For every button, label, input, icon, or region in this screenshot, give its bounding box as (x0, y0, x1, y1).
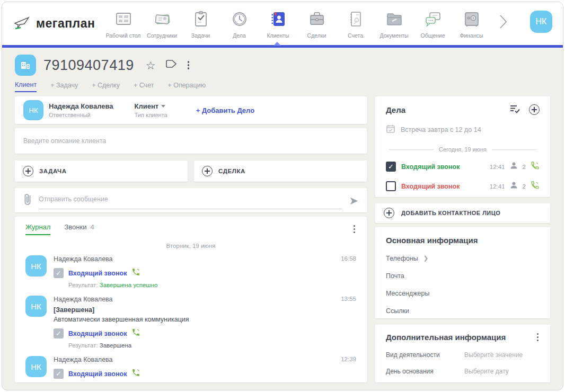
send-icon[interactable]: ➤ (349, 195, 358, 206)
message-composer: Отправить сообщение ➤ (15, 188, 367, 212)
avatar[interactable]: НК (25, 255, 47, 277)
main-info-title: Основная информация (386, 236, 540, 245)
tab-add-deal[interactable]: + Сделку (92, 82, 120, 92)
title-menu-icon[interactable] (187, 60, 191, 70)
active-tab-caret (273, 42, 281, 46)
chevron-right-icon: ❯ (423, 255, 428, 262)
nav-more-chevron-icon[interactable] (496, 11, 510, 34)
phone-call-icon[interactable] (531, 181, 540, 192)
call-checkbox[interactable]: ✓ (54, 369, 64, 379)
nav-label: Счета (348, 32, 363, 39)
nav-label: Задачи (191, 32, 210, 39)
tab-add-task[interactable]: + Задачу (50, 82, 78, 92)
nav-item-finance[interactable]: Финансы (452, 9, 491, 39)
plus-circle-icon (202, 166, 213, 176)
briefcase-icon (307, 9, 327, 29)
todo-checkbox-checked[interactable]: ✓ (386, 162, 396, 172)
nav-label: Дела (233, 32, 246, 39)
participants-icon (510, 181, 518, 191)
nav-label: Рабочий стол (106, 32, 141, 39)
tab-calls[interactable]: Звонки4 (64, 223, 94, 235)
incoming-call-link[interactable]: Входящий звонок (68, 370, 127, 378)
calendar-icon (386, 124, 395, 136)
todo-call-link[interactable]: Входящий звонок (401, 183, 460, 190)
nav-item-desktop[interactable]: Рабочий стол (104, 9, 143, 39)
message-input[interactable]: Отправить сообщение (39, 192, 342, 209)
composer-placeholder: Отправить сообщение (39, 195, 108, 203)
phone-call-icon (131, 328, 140, 339)
responsible-avatar[interactable]: НК (23, 100, 43, 120)
nav-accent-bar (2, 45, 563, 48)
info-row-email[interactable]: Почта (386, 272, 540, 280)
client-type-label: Тип клиента (135, 112, 167, 118)
user-avatar[interactable]: НК (530, 11, 552, 33)
entry-author[interactable]: Надежда Ковалева (54, 356, 113, 363)
clock-icon (229, 9, 250, 29)
extra-info-menu-icon[interactable] (536, 332, 540, 343)
nav-item-chat[interactable]: Общение (413, 9, 452, 39)
tab-client[interactable]: Клиент (15, 81, 37, 92)
responsible-name[interactable]: Надежда Ковалева (49, 102, 113, 110)
avatar[interactable]: НК (25, 356, 47, 377)
plus-circle-icon (23, 166, 33, 176)
avatar[interactable]: НК (25, 296, 47, 317)
founding-day-datepicker[interactable]: Выберите дату (464, 368, 509, 375)
nav-item-employees[interactable]: Сотрудники (143, 9, 181, 39)
add-case-link[interactable]: + Добавить Дело (196, 106, 254, 114)
tab-add-invoice[interactable]: + Счет (134, 82, 154, 92)
invoice-icon (346, 9, 366, 29)
call-checkbox[interactable]: ✓ (54, 328, 64, 338)
entity-tabs: Клиент + Задачу + Сделку + Счет + Операц… (15, 79, 550, 93)
tag-icon[interactable] (165, 60, 177, 70)
todos-panel: Дела Встреча завтра с 12 до 14 Сегодня, … (375, 96, 550, 197)
tab-journal[interactable]: Журнал (25, 223, 50, 235)
add-deal-button[interactable]: СДЕЛКА (194, 161, 367, 182)
nav-item-clients[interactable]: Клиенты (259, 9, 297, 39)
upcoming-todo[interactable]: Встреча завтра с 12 до 14 (386, 124, 540, 136)
info-row-phones[interactable]: Телефоны❯ (386, 255, 540, 262)
journal-menu-icon[interactable] (352, 224, 357, 235)
plus-circle-icon (384, 208, 394, 218)
nav-label: Финансы (460, 32, 483, 39)
client-description-field[interactable]: Введите описание клиента (15, 128, 367, 154)
nav-items: Рабочий стол Сотрудники Задачи Дела Клие… (104, 9, 510, 39)
activity-type-select[interactable]: Выберите значение (464, 351, 523, 359)
entry-author[interactable]: Надежда Ковалева (54, 296, 113, 303)
list-check-icon[interactable] (509, 104, 520, 115)
folder-icon (384, 9, 404, 29)
megaplan-logo[interactable]: мегаплан (13, 15, 104, 33)
call-checkbox[interactable]: ✓ (54, 268, 64, 278)
extra-info-panel: Дополнительная информация Вид деятельнос… (375, 325, 550, 383)
client-type-dropdown[interactable]: Клиент (135, 102, 167, 110)
entity-header: 79109407419 ☆ (15, 53, 550, 77)
incoming-call-link[interactable]: Входящий звонок (68, 330, 127, 337)
employees-icon (152, 9, 172, 29)
main-content: 79109407419 ☆ Клиент + Задачу + Сделку +… (2, 48, 563, 390)
info-row-links[interactable]: Ссылки (386, 307, 540, 315)
todo-call-link[interactable]: Входящий звонок (401, 163, 460, 171)
chevron-down-icon (161, 105, 165, 108)
chat-bubbles-icon (423, 9, 443, 29)
incoming-call-link[interactable]: Входящий звонок (68, 270, 127, 277)
tab-add-operation[interactable]: + Операцию (167, 82, 206, 92)
nav-item-invoices[interactable]: Счета (336, 9, 375, 39)
calls-count-badge: 4 (90, 223, 94, 231)
journal-tabs: Журнал Звонки4 (25, 223, 356, 235)
favorite-star-icon[interactable]: ☆ (146, 60, 156, 71)
todo-checkbox-unchecked[interactable] (386, 181, 396, 191)
entry-author[interactable]: Надежда Ковалева (54, 255, 113, 263)
nav-item-cases[interactable]: Дела (220, 9, 259, 39)
phone-call-icon[interactable] (531, 161, 540, 172)
add-todo-icon[interactable] (529, 104, 540, 115)
nav-item-documents[interactable]: Документы (375, 9, 413, 39)
nav-item-deals[interactable]: Сделки (297, 9, 336, 39)
client-summary-card: НК Надежда Ковалева Ответственный Клиент… (15, 96, 367, 124)
add-contact-button[interactable]: ДОБАВИТЬ КОНТАКТНОЕ ЛИЦО (375, 203, 550, 223)
add-task-button[interactable]: ЗАДАЧА (15, 161, 188, 182)
info-row-messengers[interactable]: Мессенджеры (386, 290, 540, 297)
attachment-paperclip-icon[interactable] (23, 193, 32, 208)
title-actions: ☆ (146, 60, 190, 71)
nav-item-tasks[interactable]: Задачи (181, 9, 220, 39)
call-result: Результат: Завершена успешно (54, 282, 356, 288)
entry-time: 12:39 (341, 356, 356, 363)
